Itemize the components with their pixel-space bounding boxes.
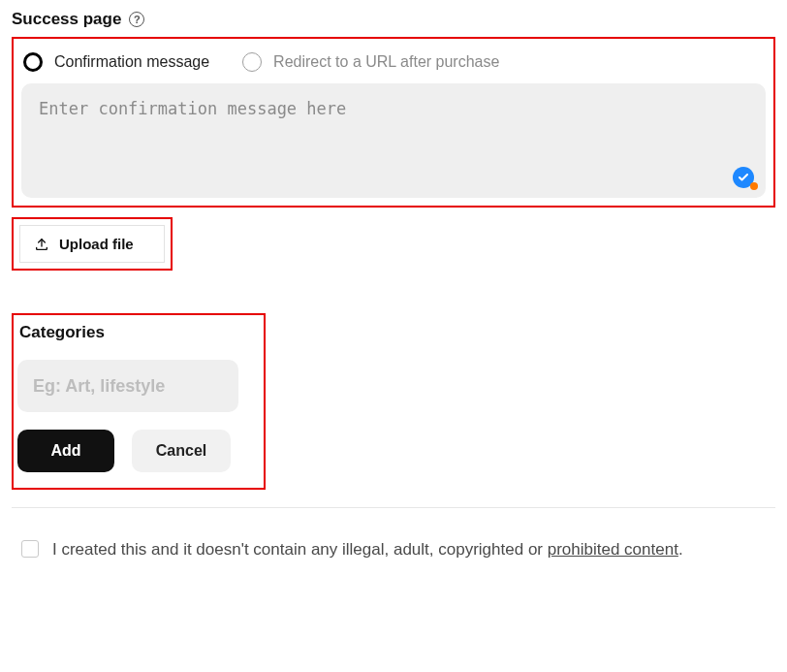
consent-text: I created this and it doesn't contain an… — [52, 537, 683, 562]
radio-redirect-label: Redirect to a URL after purchase — [273, 53, 499, 71]
upload-file-group: Upload file — [12, 217, 173, 271]
upload-file-label: Upload file — [59, 236, 134, 252]
help-icon[interactable]: ? — [129, 12, 144, 27]
radio-selected-icon — [23, 52, 43, 72]
consent-checkbox[interactable] — [21, 540, 39, 558]
confirmation-message-field-wrapper — [21, 83, 766, 198]
add-button[interactable]: Add — [17, 430, 114, 472]
consent-text-prefix: I created this and it doesn't contain an… — [52, 540, 548, 559]
radio-confirmation-message[interactable]: Confirmation message — [23, 52, 209, 72]
radio-confirmation-label: Confirmation message — [54, 53, 209, 71]
confirmation-message-input[interactable] — [21, 83, 766, 198]
section-title: Success page — [12, 10, 121, 29]
radio-unselected-icon — [242, 52, 262, 72]
consent-text-suffix: . — [678, 540, 683, 559]
categories-group: Categories Add Cancel — [12, 313, 266, 490]
prohibited-content-link[interactable]: prohibited content — [548, 540, 678, 559]
categories-title: Categories — [17, 319, 252, 360]
success-page-group: Confirmation message Redirect to a URL a… — [12, 37, 775, 208]
upload-icon — [34, 237, 49, 252]
notification-dot-icon — [750, 182, 758, 190]
cancel-button[interactable]: Cancel — [132, 430, 231, 472]
categories-input[interactable] — [17, 360, 238, 412]
upload-file-button[interactable]: Upload file — [19, 225, 165, 263]
radio-redirect-url[interactable]: Redirect to a URL after purchase — [242, 52, 499, 72]
